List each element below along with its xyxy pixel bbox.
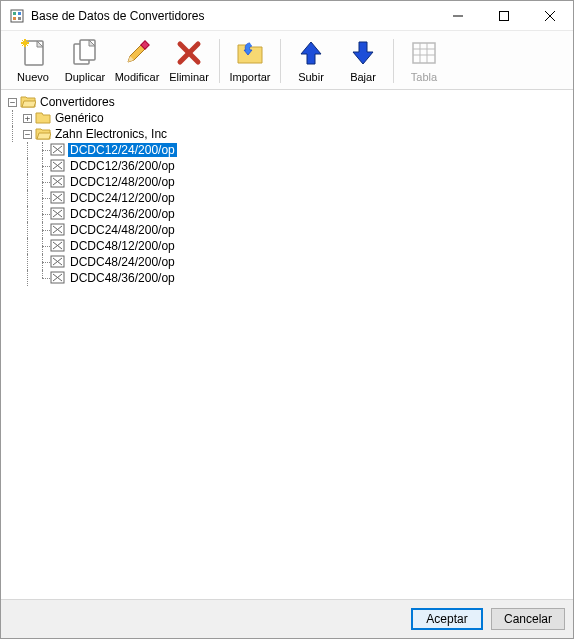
- toolbar-separator: [219, 39, 220, 83]
- minimize-button[interactable]: [435, 1, 481, 31]
- accept-button[interactable]: Aceptar: [411, 608, 483, 630]
- converter-icon: [50, 222, 66, 238]
- toolbar: Nuevo Duplicar Modificar Eliminar Import…: [1, 31, 573, 90]
- folder-import-icon: [234, 37, 266, 69]
- arrow-down-icon: [347, 37, 379, 69]
- converter-icon: [50, 174, 66, 190]
- app-icon: [9, 8, 25, 24]
- svg-rect-19: [413, 43, 435, 63]
- toolbar-separator: [393, 39, 394, 83]
- converter-icon: [50, 142, 66, 158]
- tree-item[interactable]: DCDC48/12/200/op: [5, 238, 569, 254]
- move-up-button[interactable]: Subir: [285, 35, 337, 87]
- move-down-button[interactable]: Bajar: [337, 35, 389, 87]
- button-label: Aceptar: [426, 612, 467, 626]
- tree-item[interactable]: DCDC48/24/200/op: [5, 254, 569, 270]
- arrow-up-icon: [295, 37, 327, 69]
- new-button[interactable]: Nuevo: [7, 35, 59, 87]
- titlebar: Base de Datos de Convertidores: [1, 1, 573, 31]
- converter-icon: [50, 158, 66, 174]
- import-button[interactable]: Importar: [224, 35, 276, 87]
- tree-item[interactable]: DCDC12/48/200/op: [5, 174, 569, 190]
- toolbar-label: Modificar: [115, 71, 160, 83]
- svg-rect-1: [13, 12, 16, 15]
- collapse-icon[interactable]: −: [23, 130, 32, 139]
- tree-item-label[interactable]: DCDC12/48/200/op: [68, 175, 177, 189]
- delete-button[interactable]: Eliminar: [163, 35, 215, 87]
- collapse-icon[interactable]: −: [8, 98, 17, 107]
- folder-open-icon: [20, 94, 36, 110]
- tree-folder-generico[interactable]: + Genérico: [5, 110, 569, 126]
- converter-icon: [50, 254, 66, 270]
- maximize-button[interactable]: [481, 1, 527, 31]
- window-title: Base de Datos de Convertidores: [31, 9, 435, 23]
- converter-icon: [50, 206, 66, 222]
- svg-rect-2: [18, 12, 21, 15]
- tree-item-label[interactable]: DCDC24/12/200/op: [68, 191, 177, 205]
- document-new-icon: [17, 37, 49, 69]
- dialog-footer: Aceptar Cancelar: [1, 599, 573, 638]
- svg-rect-6: [500, 11, 509, 20]
- tree-item-label[interactable]: DCDC12/36/200/op: [68, 159, 177, 173]
- tree-root[interactable]: − Convertidores: [5, 94, 569, 110]
- tree-item[interactable]: DCDC12/36/200/op: [5, 158, 569, 174]
- tree-item-label[interactable]: DCDC24/48/200/op: [68, 223, 177, 237]
- cancel-button[interactable]: Cancelar: [491, 608, 565, 630]
- tree-item[interactable]: DCDC12/24/200/op: [5, 142, 569, 158]
- tree-folder-label[interactable]: Genérico: [53, 111, 106, 125]
- tree-item-label[interactable]: DCDC24/36/200/op: [68, 207, 177, 221]
- tree-item[interactable]: DCDC24/12/200/op: [5, 190, 569, 206]
- tree-item[interactable]: DCDC48/36/200/op: [5, 270, 569, 286]
- toolbar-label: Eliminar: [169, 71, 209, 83]
- toolbar-label: Subir: [298, 71, 324, 83]
- tree-item-label[interactable]: DCDC48/12/200/op: [68, 239, 177, 253]
- table-icon: [408, 37, 440, 69]
- converter-icon: [50, 190, 66, 206]
- close-button[interactable]: [527, 1, 573, 31]
- expand-icon[interactable]: +: [23, 114, 32, 123]
- toolbar-label: Tabla: [411, 71, 437, 83]
- svg-rect-0: [11, 10, 23, 22]
- svg-rect-4: [18, 17, 21, 20]
- tree-item-label[interactable]: DCDC48/36/200/op: [68, 271, 177, 285]
- tree-folder-zahn[interactable]: − Zahn Electronics, Inc: [5, 126, 569, 142]
- converter-icon: [50, 238, 66, 254]
- table-button: Tabla: [398, 35, 450, 87]
- folder-icon: [35, 110, 51, 126]
- tree-root-label[interactable]: Convertidores: [38, 95, 117, 109]
- button-label: Cancelar: [504, 612, 552, 626]
- pencil-icon: [121, 37, 153, 69]
- tree-view[interactable]: − Convertidores + Genérico − Zahn Electr…: [1, 90, 573, 599]
- svg-rect-3: [13, 17, 16, 20]
- delete-x-icon: [173, 37, 205, 69]
- toolbar-separator: [280, 39, 281, 83]
- tree-item[interactable]: DCDC24/36/200/op: [5, 206, 569, 222]
- toolbar-label: Importar: [230, 71, 271, 83]
- document-duplicate-icon: [69, 37, 101, 69]
- tree-item-label[interactable]: DCDC12/24/200/op: [68, 143, 177, 157]
- svg-rect-15: [80, 40, 95, 60]
- tree-item[interactable]: DCDC24/48/200/op: [5, 222, 569, 238]
- tree-folder-label[interactable]: Zahn Electronics, Inc: [53, 127, 169, 141]
- toolbar-label: Bajar: [350, 71, 376, 83]
- tree-item-label[interactable]: DCDC48/24/200/op: [68, 255, 177, 269]
- toolbar-label: Duplicar: [65, 71, 105, 83]
- folder-open-icon: [35, 126, 51, 142]
- modify-button[interactable]: Modificar: [111, 35, 163, 87]
- converter-icon: [50, 270, 66, 286]
- duplicate-button[interactable]: Duplicar: [59, 35, 111, 87]
- toolbar-label: Nuevo: [17, 71, 49, 83]
